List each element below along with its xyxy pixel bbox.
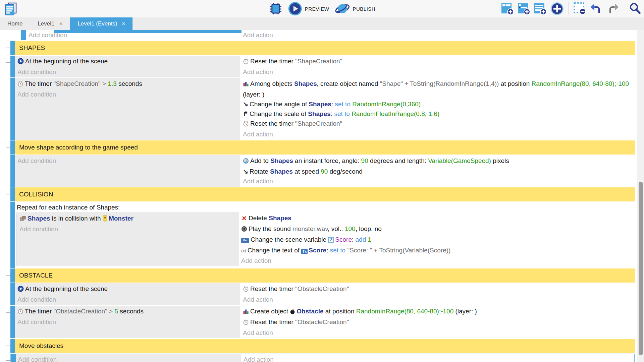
tab-close-icon[interactable]: × <box>59 20 62 27</box>
event-text-segment: Change the angle of <box>250 101 309 108</box>
event-drag-handle[interactable] <box>10 155 15 187</box>
comment-row[interactable]: COLLISION <box>10 187 635 201</box>
action-line[interactable]: Among objects Shapes, create object name… <box>243 79 635 99</box>
action-line[interactable]: Create object Obstacle at position Rando… <box>243 306 635 317</box>
vertical-scrollbar[interactable] <box>637 30 644 362</box>
condition-line[interactable]: At the beginning of the scene <box>17 56 240 67</box>
event-row[interactable]: At the beginning of the sceneAdd conditi… <box>10 56 635 77</box>
event-text-segment: monster.wav <box>292 225 328 232</box>
tab-level1-events[interactable]: Level1 (Events)× <box>70 17 133 30</box>
indent-guide-tick <box>6 194 10 194</box>
foreach-body: Repeat for each instance of Shapes:Shape… <box>15 202 635 268</box>
event-drag-handle[interactable] <box>10 41 15 55</box>
add-condition-button[interactable]: Add condition <box>17 156 240 166</box>
action-line[interactable]: Delete Shapes <box>241 213 635 224</box>
add-condition-button[interactable]: Add condition <box>17 295 240 304</box>
remove-event-icon[interactable] <box>573 2 587 15</box>
debug-icon[interactable] <box>269 2 283 16</box>
add-action-button[interactable]: Add action <box>243 328 635 338</box>
event-drag-handle[interactable] <box>10 268 15 283</box>
app-logo-icon[interactable] <box>3 2 18 16</box>
actions-column: Add to Shapes an instant force, angle: 9… <box>241 155 635 187</box>
action-line[interactable]: Reset the timer "ShapeCreation" <box>243 56 635 67</box>
condition-line[interactable]: The timer "ShapeCreation" > 1.3 seconds <box>17 79 240 89</box>
add-action-button[interactable]: Add action <box>243 129 635 139</box>
comment-row[interactable]: SHAPES <box>10 41 635 55</box>
create-object-icon <box>243 307 249 317</box>
add-action-button[interactable]: Add action <box>243 176 635 186</box>
event-text-segment: Play the sound <box>249 225 292 232</box>
comment-row[interactable]: Move shape according to the game speed <box>10 140 635 155</box>
action-line[interactable]: Reset the timer "ShapeCreation" <box>243 119 635 129</box>
selection-highlight <box>54 30 241 33</box>
event-drag-handle[interactable] <box>11 354 16 362</box>
foreach-header[interactable]: Repeat for each instance of Shapes: <box>15 202 635 213</box>
event-row[interactable]: The timer "ShapeCreation" > 1.3 secondsA… <box>10 78 635 140</box>
comment-body[interactable]: SHAPES <box>15 41 635 55</box>
tab-close-icon[interactable]: × <box>122 20 125 27</box>
event-row[interactable]: Add conditionAdd action <box>10 354 635 362</box>
add-action-button[interactable]: Add action <box>244 355 634 362</box>
actions-column: Add action <box>241 354 634 362</box>
event-drag-handle[interactable] <box>10 140 15 155</box>
action-line[interactable]: VarChange the scene variable Score: add … <box>241 235 635 245</box>
add-action-button[interactable]: Add action <box>243 67 635 77</box>
event-drag-handle[interactable] <box>21 30 26 40</box>
add-condition-button[interactable]: Add condition <box>18 355 241 362</box>
event-drag-handle[interactable] <box>10 339 15 353</box>
add-comment-icon[interactable] <box>534 2 547 15</box>
add-action-button[interactable]: Add action <box>241 256 635 265</box>
event-drag-handle[interactable] <box>10 202 15 268</box>
action-line[interactable]: Add to Shapes an instant force, angle: 9… <box>243 156 635 167</box>
event-drag-handle[interactable] <box>10 306 15 338</box>
add-subevent-icon[interactable] <box>517 2 531 15</box>
action-line[interactable]: Play the sound monster.wav, vol.: 100, l… <box>241 224 635 235</box>
search-icon[interactable] <box>629 2 642 15</box>
add-condition-button[interactable]: Add condition <box>17 67 240 77</box>
condition-line[interactable]: The timer "ObstacleCreation" > 5 seconds <box>17 306 240 317</box>
comment-body[interactable]: OBSTACLE <box>15 268 635 283</box>
publish-button[interactable]: PUBLISH <box>334 2 375 16</box>
add-condition-button[interactable]: Add condition <box>17 89 240 99</box>
comment-body[interactable]: Move obstacles <box>15 339 635 353</box>
action-line[interactable]: Reset the timer "ObstacleCreation" <box>243 317 635 328</box>
event-row[interactable]: The timer "ObstacleCreation" > 5 seconds… <box>10 306 635 338</box>
delete-icon <box>241 214 247 224</box>
comment-body[interactable]: COLLISION <box>15 187 635 201</box>
event-row[interactable]: At the beginning of the sceneAdd conditi… <box>10 283 635 305</box>
add-choose-event-icon[interactable] <box>550 2 564 16</box>
add-action-button[interactable]: Add action <box>243 30 635 40</box>
preview-button[interactable]: PREVIEW <box>288 2 329 16</box>
add-event-icon[interactable] <box>501 2 514 15</box>
undo-icon[interactable] <box>590 2 603 15</box>
comment-body[interactable]: Move shape according to the game speed <box>15 140 635 155</box>
comment-row[interactable]: OBSTACLE <box>10 268 635 283</box>
tab-level1[interactable]: Level1× <box>30 17 70 30</box>
action-line[interactable]: ↘Rotate Shapes at speed 90 deg/second <box>243 167 635 176</box>
redo-icon[interactable] <box>606 2 620 15</box>
action-line[interactable]: ↘Change the angle of Shapes: set to Rand… <box>243 99 635 109</box>
event-text-segment: Shapes <box>309 101 331 108</box>
add-condition-button[interactable]: Add condition <box>19 224 239 234</box>
event-drag-handle[interactable] <box>10 78 15 140</box>
event-drag-handle[interactable] <box>10 283 15 305</box>
action-line[interactable]: txtChange the text of TxScore: set to "S… <box>241 245 635 256</box>
event-text-segment: > <box>107 308 115 315</box>
event-drag-handle[interactable] <box>10 56 15 77</box>
event-text-segment: 5 <box>114 308 118 315</box>
comment-row[interactable]: Move obstacles <box>10 339 635 353</box>
foreach-event-row[interactable]: Repeat for each instance of Shapes:Shape… <box>10 202 635 268</box>
tab-home[interactable]: Home <box>0 17 30 30</box>
condition-line[interactable]: Shapes is in collision with Monster <box>19 214 239 224</box>
event-text-segment: "Shape" + ToString(RandomInRange(1,4)) <box>380 80 499 87</box>
partial-event-row[interactable]: Add conditionAdd action <box>10 30 635 40</box>
action-line[interactable]: ↱Change the scale of Shapes: set to Rand… <box>243 109 635 119</box>
add-action-button[interactable]: Add action <box>243 295 635 304</box>
event-row[interactable]: Add conditionAdd to Shapes an instant fo… <box>10 155 635 187</box>
event-drag-handle[interactable] <box>10 187 15 201</box>
scrollbar-thumb[interactable] <box>639 182 643 355</box>
tab-label: Home <box>7 20 22 27</box>
add-condition-button[interactable]: Add condition <box>17 317 240 327</box>
action-line[interactable]: Reset the timer "ObstacleCreation" <box>243 284 635 295</box>
condition-line[interactable]: At the beginning of the scene <box>17 284 240 295</box>
